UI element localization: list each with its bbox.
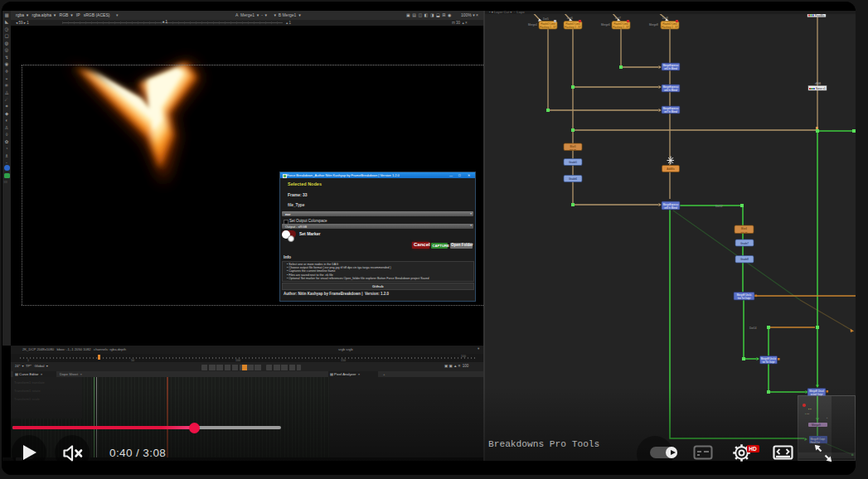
svg-text:Dot14: Dot14	[749, 327, 757, 330]
svg-text:size 25: size 25	[741, 231, 749, 234]
svg-text:Grade7: Grade7	[740, 242, 749, 245]
svg-text:ter To Outpt: ter To Outpt	[763, 360, 775, 364]
svg-text:Merge4: Merge4	[528, 23, 537, 27]
svg-text:Dot6: Dot6	[567, 17, 573, 20]
svg-text:Flashing 1 - 87: Flashing 1 - 87	[565, 26, 581, 29]
svg-text:Dot8: Dot8	[662, 17, 668, 20]
svg-text:sRGB: sRGB	[815, 82, 821, 85]
svg-text:Dot5: Dot5	[543, 17, 549, 21]
svg-text:size 20: size 20	[570, 148, 577, 151]
svg-text:Noise v1: Noise v1	[816, 87, 826, 90]
svg-text:Merge8: Merge8	[649, 23, 658, 27]
svg-text:Flashing 1 - 87: Flashing 1 - 87	[662, 26, 678, 29]
svg-text:on7 In Blend: on7 In Blend	[664, 110, 677, 114]
svg-text:on8 In Blend: on8 In Blend	[664, 206, 677, 210]
svg-text:Grade8: Grade8	[740, 258, 749, 261]
svg-text:Dot7: Dot7	[615, 17, 621, 20]
svg-text:on6 In Blend: on6 In Blend	[664, 89, 677, 92]
svg-text:ProxiMix: ProxiMix	[815, 14, 825, 17]
svg-text:AddMix: AddMix	[667, 167, 675, 171]
svg-text:Grade5: Grade5	[569, 161, 577, 164]
svg-text:Merge6: Merge6	[601, 23, 610, 27]
svg-text:Dot12: Dot12	[715, 205, 723, 208]
svg-text:Flashing 1 - 87: Flashing 1 - 87	[613, 26, 629, 29]
svg-text:Blur4: Blur4	[741, 227, 747, 230]
svg-text:tter To Outpt: tter To Outpt	[738, 297, 751, 300]
svg-text:Grade6: Grade6	[569, 177, 577, 181]
svg-text:Flashing 1 - 87: Flashing 1 - 87	[540, 26, 556, 29]
svg-text:on5 In Blend: on5 In Blend	[664, 67, 677, 70]
